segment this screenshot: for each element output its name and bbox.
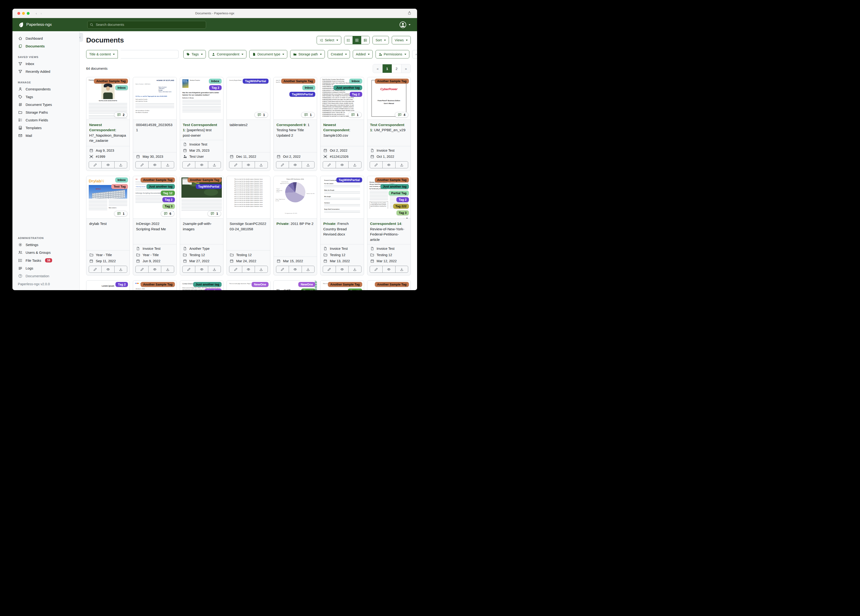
tag-pill-another[interactable]: Another Sample Tag <box>328 282 362 287</box>
sidebar-item-documents[interactable]: Documents <box>13 42 79 50</box>
document-title[interactable]: Correspondent 14: Review-of-New-York-Fed… <box>367 218 411 244</box>
document-thumbnail[interactable]: Test Name January 2, 2022 July 14, 1984 … <box>133 281 176 290</box>
tag-pill-tag3[interactable]: Tag 3 <box>396 211 409 215</box>
document-card[interactable]: DrylabN NETFLIX New owners:InboxTest Tag… <box>86 176 130 275</box>
document-thumbnail[interactable]: The SAT Practice Test #1Make time to tak… <box>274 281 317 290</box>
document-title[interactable]: Correspondent 9: 1 Testing New Title Upd… <box>274 120 317 140</box>
filter-added-button[interactable]: Added <box>353 50 373 58</box>
tag-pill-newone[interactable]: NewOne <box>205 289 221 290</box>
document-card[interactable]: Patient BP Distribution 2011 Isolated Sy… <box>273 176 317 275</box>
tag-pill-tag12[interactable]: Tag 12 <box>348 289 362 290</box>
document-title[interactable]: Private: 2011 BP Pie 2 <box>274 218 317 228</box>
preview-button[interactable] <box>101 162 114 168</box>
edit-button[interactable] <box>276 162 289 168</box>
document-thumbnail[interactable]: Contact Sheet Demo Given a set of image … <box>180 281 223 290</box>
document-title[interactable]: tablerates2 <box>227 120 270 129</box>
preview-button[interactable] <box>336 162 348 168</box>
document-card[interactable]: one,1.0 five,5.0Another Sample TagInboxT… <box>273 77 317 171</box>
view-mode-detail-button[interactable] <box>361 36 369 44</box>
document-thumbnail[interactable]: This is a multi page document. Page 1.Ne… <box>227 281 270 290</box>
download-button[interactable] <box>161 266 174 273</box>
tag-pill-inbox[interactable]: Inbox <box>115 178 128 182</box>
download-button[interactable] <box>208 266 221 273</box>
comment-count-badge[interactable]: 1 <box>207 211 221 217</box>
pagination-page-2[interactable]: 2 <box>392 64 401 73</box>
tag-pill-another[interactable]: Another Sample Tag <box>281 79 315 83</box>
views-button[interactable]: Views <box>392 36 411 44</box>
tag-pill-another[interactable]: Another Sample Tag <box>141 178 175 182</box>
tag-pill-justanother[interactable]: Just another tag <box>334 85 362 90</box>
tag-pill-newone[interactable]: NewOne <box>298 282 315 287</box>
download-button[interactable] <box>114 162 127 168</box>
edit-button[interactable] <box>183 162 195 168</box>
document-thumbnail[interactable]: Lorem ipsumLorem ipsum dolor sit amet, c… <box>367 281 411 290</box>
preview-button[interactable] <box>101 266 114 273</box>
tag-pill-tag222[interactable]: Tag 222 <box>393 204 409 209</box>
edit-button[interactable] <box>89 266 101 273</box>
sidebar-item-templates[interactable]: Templates <box>13 124 79 132</box>
select-button[interactable]: Select <box>317 36 341 44</box>
view-mode-list-button[interactable] <box>344 36 353 44</box>
sidebar-item-tags[interactable]: Tags <box>13 93 79 101</box>
document-title[interactable]: Newest Correspondent: H7_Napoleon_Bonapa… <box>86 120 130 145</box>
edit-button[interactable] <box>276 266 289 273</box>
document-card[interactable]: Country,Region/State,"TagWithPartial1tab… <box>226 77 270 171</box>
filter-created-button[interactable]: Created <box>328 50 350 58</box>
download-button[interactable] <box>301 162 314 168</box>
tag-pill-another[interactable]: Another Sample Tag <box>375 282 409 287</box>
comment-count-badge[interactable]: 1 <box>348 112 362 118</box>
download-button[interactable] <box>395 162 408 168</box>
download-button[interactable] <box>208 162 221 168</box>
preview-button[interactable] <box>148 162 161 168</box>
tag-pill-tagwithpartial[interactable]: TagWithPartial <box>243 79 268 83</box>
download-button[interactable] <box>161 162 174 168</box>
preview-button[interactable] <box>336 266 348 273</box>
preview-button[interactable] <box>289 162 301 168</box>
tag-pill-newone[interactable]: NewOne <box>252 282 268 287</box>
tag-pill-another[interactable]: Another Sample Tag <box>94 79 128 83</box>
sidebar-item-mail[interactable]: Mail <box>13 132 79 140</box>
tag-pill-another[interactable]: Another Sample Tag <box>375 178 409 182</box>
document-card[interactable]: This is a multi page document. Page 1.Ne… <box>226 280 270 290</box>
sidebar-item-custom-fields[interactable]: Custom Fields <box>13 116 79 124</box>
sidebar-item-settings[interactable]: Settings <box>13 241 79 248</box>
document-thumbnail[interactable]: Patient BP Distribution 2011 Isolated Sy… <box>274 176 317 218</box>
document-card[interactable]: Ad • Running Scripts · • Sample InDesign… <box>133 176 176 275</box>
document-title[interactable]: 0004814539_20230531 <box>133 120 176 135</box>
tag-pill-another[interactable]: Another Sample Tag <box>141 282 175 287</box>
filter-document-type-button[interactable]: Document type <box>249 50 287 58</box>
filter-text-input[interactable] <box>121 50 179 58</box>
sidebar-item-users-groups[interactable]: Users & Groups <box>13 248 79 256</box>
view-mode-grid-button[interactable] <box>353 36 361 44</box>
document-thumbnail[interactable]: Country,Region/State,"TagWithPartial1 <box>227 77 270 120</box>
tag-pill-inbox[interactable]: Inbox <box>115 85 128 90</box>
preview-button[interactable] <box>382 162 395 168</box>
document-card[interactable]: Test Name January 2, 2022 July 14, 1984 … <box>133 280 176 290</box>
comment-count-badge[interactable]: 1 <box>114 211 128 217</box>
tag-pill-inbox[interactable]: Inbox <box>209 79 222 83</box>
document-thumbnail[interactable]: Serial Number,Company Name,Employ9788189… <box>320 77 364 120</box>
sort-button[interactable]: Sort <box>372 36 389 44</box>
sidebar-collapse-button[interactable]: « <box>80 33 83 42</box>
preview-button[interactable] <box>242 266 255 273</box>
tag-pill-another[interactable]: Another Sample Tag <box>375 79 409 83</box>
tag-pill-justanother[interactable]: Just another tag <box>380 184 409 189</box>
document-title[interactable]: InDesign 2022 Scripting Read Me <box>133 218 176 234</box>
filter-tags-button[interactable]: Tags <box>183 50 206 58</box>
document-thumbnail[interactable]: Lorem ipsumLorem ipsum dolor sit amet, c… <box>86 281 130 290</box>
tag-pill-testtag[interactable]: Test Tag <box>111 184 128 189</box>
comment-count-badge[interactable]: 1 <box>301 112 315 118</box>
document-thumbnail[interactable]: French Country BreadFor the LeavenMake t… <box>320 176 364 218</box>
filter-storage-path-button[interactable]: Storage path <box>290 50 325 58</box>
document-card[interactable]: French Country BreadFor the LeavenMake t… <box>320 176 364 275</box>
app-brand[interactable]: Paperless-ngx <box>13 22 80 28</box>
document-card[interactable]: The SAT Practice Test #1Make time to tak… <box>273 280 317 290</box>
sidebar-item-dashboard[interactable]: Dashboard <box>13 35 79 42</box>
document-thumbnail[interactable]: This is a testAnother Sample TagTag 12 <box>320 281 364 290</box>
edit-button[interactable] <box>323 162 336 168</box>
document-card[interactable]: Serial Number,Company Name,Employ9788189… <box>320 77 364 171</box>
edit-button[interactable] <box>323 266 336 273</box>
preview-button[interactable] <box>289 266 301 273</box>
document-thumbnail[interactable]: Review of Arbitral Awards Shows Swift Re… <box>367 176 411 218</box>
download-button[interactable] <box>348 266 361 273</box>
